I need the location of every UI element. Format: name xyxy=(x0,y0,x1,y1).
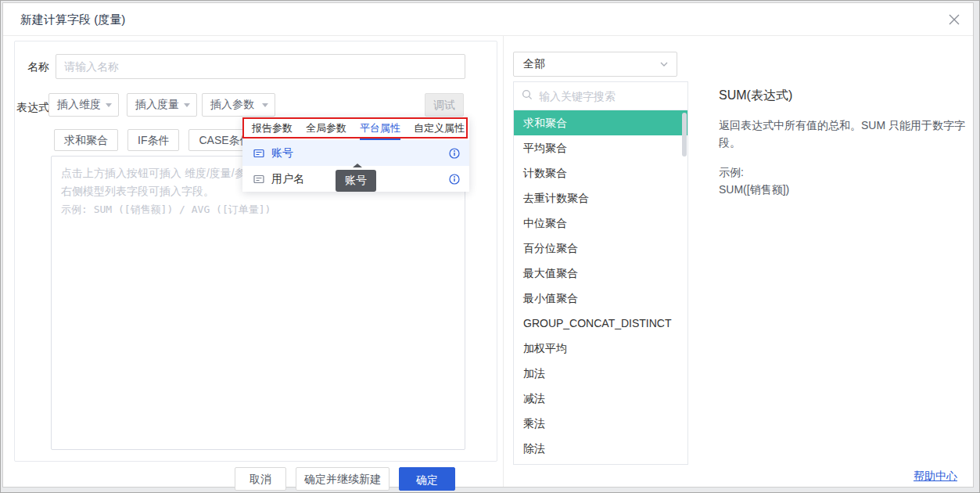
chevron-down-icon xyxy=(659,59,669,69)
insert-dimension-select[interactable]: 插入维度 xyxy=(48,93,119,117)
function-example-value: SUM([销售额]) xyxy=(719,181,978,198)
function-list-item[interactable]: 平均聚合 xyxy=(514,135,687,160)
function-detail-panel: SUM(表达式) 返回表达式中所有值的总和。SUM 只能用于数字字段。 示例: … xyxy=(719,88,978,198)
name-label: 名称 xyxy=(15,60,49,74)
parameter-tabs: 报告参数 全局参数 平台属性 自定义属性 xyxy=(242,117,469,140)
function-list-item[interactable]: 乘法 xyxy=(514,411,687,436)
insert-measure-label: 插入度量 xyxy=(135,98,179,112)
parameter-tab[interactable]: 自定义属性 xyxy=(414,117,465,140)
parameter-tab[interactable]: 全局参数 xyxy=(306,117,346,140)
debug-button[interactable]: 调试 xyxy=(425,93,464,117)
confirm-and-continue-button[interactable]: 确定并继续新建 xyxy=(296,467,389,491)
function-list-item[interactable]: 中位聚合 xyxy=(514,211,687,236)
function-detail-description: 返回表达式中所有值的总和。SUM 只能用于数字字段。 xyxy=(719,117,978,151)
function-list-item[interactable]: 减法 xyxy=(514,386,687,411)
function-list: 求和聚合 平均聚合 计数聚合 去重计数聚合 中位聚合 百分位聚合 最大值聚合 最… xyxy=(514,110,687,464)
insert-parameter-label: 插入参数 xyxy=(210,98,254,112)
chevron-down-icon xyxy=(106,103,112,107)
function-list-item[interactable]: 加法 xyxy=(514,361,687,386)
dialog-title: 新建计算字段 (度量) xyxy=(20,13,125,27)
search-icon xyxy=(522,89,533,103)
insert-parameter-select[interactable]: 插入参数 xyxy=(202,93,275,117)
field-icon xyxy=(253,174,264,185)
function-list-item[interactable]: 四则运算 xyxy=(514,461,687,464)
chevron-down-icon xyxy=(184,103,190,107)
tooltip: 账号 xyxy=(336,170,376,192)
function-list-item[interactable]: 计数聚合 xyxy=(514,160,687,185)
field-icon xyxy=(253,148,264,159)
new-calculated-field-dialog: 新建计算字段 (度量) 名称 表达式 插入维度 插入度量 插入参数 调 xyxy=(2,2,974,488)
close-icon[interactable] xyxy=(948,13,960,26)
parameter-item-label: 账号 xyxy=(271,146,442,160)
dialog-title-bar: 新建计算字段 (度量) xyxy=(3,3,973,36)
screenshot-root: 新建计算字段 (度量) 名称 表达式 插入维度 插入度量 插入参数 调 xyxy=(0,0,980,493)
info-icon[interactable] xyxy=(449,174,460,185)
function-search-input[interactable] xyxy=(539,90,680,103)
chevron-down-icon xyxy=(262,103,268,107)
snippet-button-row: 求和聚合 IF条件 CASE条件 xyxy=(54,129,261,151)
function-list-item[interactable]: 最大值聚合 xyxy=(514,261,687,286)
insert-measure-select[interactable]: 插入度量 xyxy=(127,93,197,117)
parameter-item[interactable]: 账号 xyxy=(242,140,469,166)
snippet-button[interactable]: 求和聚合 xyxy=(54,129,118,151)
function-list-item[interactable]: 百分位聚合 xyxy=(514,236,687,261)
function-list-item[interactable]: 去重计数聚合 xyxy=(514,185,687,211)
function-category-value: 全部 xyxy=(523,57,545,71)
help-center-link[interactable]: 帮助中心 xyxy=(914,470,957,484)
function-category-select[interactable]: 全部 xyxy=(513,52,677,77)
function-list-item[interactable]: 最小值聚合 xyxy=(514,286,687,311)
scrollbar-thumb[interactable] xyxy=(682,113,687,157)
info-icon[interactable] xyxy=(449,148,460,159)
function-list-item[interactable]: 除法 xyxy=(514,436,687,461)
name-input[interactable] xyxy=(56,54,465,79)
function-list-item[interactable]: 求和聚合 xyxy=(514,110,687,135)
expression-editor[interactable]: 点击上方插入按钮可插入 维度/度量/参数或者 右侧模型列表字段可插入字段。 示例… xyxy=(51,156,465,450)
function-list-panel: 求和聚合 平均聚合 计数聚合 去重计数聚合 中位聚合 百分位聚合 最大值聚合 最… xyxy=(513,81,688,465)
function-example-label: 示例: xyxy=(719,164,978,181)
parameter-tab[interactable]: 报告参数 xyxy=(252,117,293,140)
cancel-button[interactable]: 取消 xyxy=(235,467,286,491)
function-detail-title: SUM(表达式) xyxy=(719,88,978,104)
parameter-tab[interactable]: 平台属性 xyxy=(360,117,400,140)
function-search xyxy=(514,82,687,110)
panel-divider xyxy=(503,36,504,487)
confirm-button[interactable]: 确定 xyxy=(399,467,455,491)
expression-form-panel: 名称 表达式 插入维度 插入度量 插入参数 调试 求和聚合 IF条件 xyxy=(14,41,497,462)
snippet-button[interactable]: IF条件 xyxy=(127,129,179,151)
function-list-item[interactable]: 加权平均 xyxy=(514,336,687,361)
insert-dimension-label: 插入维度 xyxy=(57,98,101,112)
expression-placeholder-line: 示例: SUM ([销售额]) / AVG ([订单量]) xyxy=(61,200,455,218)
function-list-item[interactable]: GROUP_CONCAT_DISTINCT xyxy=(514,311,687,336)
expression-label: 表达式 xyxy=(15,101,49,115)
